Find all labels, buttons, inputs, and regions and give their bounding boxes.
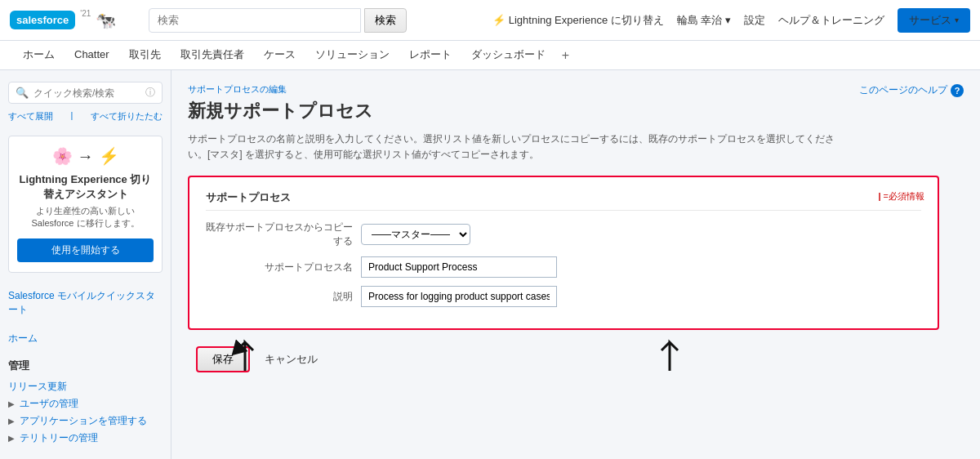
sidebar-expand-collapse: すべて展開 | すべて折りたたむ [0, 109, 171, 129]
process-name-input[interactable] [361, 256, 557, 278]
logo-text: salesforce [16, 14, 69, 26]
description-input[interactable] [361, 286, 557, 307]
sidebar-search-box[interactable]: 🔍 ⓘ [8, 82, 163, 104]
sidebar-search-icon: 🔍 [16, 87, 29, 99]
form-row-process-name: サポートプロセス名 [206, 256, 921, 278]
required-legend: =必須情報 [878, 190, 924, 203]
promo-arrow-icon: → [78, 147, 94, 166]
sidebar-management-section: 管理 リリース更新 ▶ ユーザの管理 ▶ アプリケーションを管理する ▶ テリト… [0, 350, 171, 450]
sidebar-home-section: ホーム [0, 322, 171, 350]
promo-lightning-icon: ⚡ [99, 146, 119, 166]
form-section-title: サポートプロセス [206, 190, 921, 211]
sidebar-mobile-section: Salesforce モバイルクイックスタート [0, 279, 171, 322]
copy-from-select[interactable]: ——マスター—— [361, 224, 470, 245]
sidebar-management-title: 管理 [8, 359, 163, 373]
user-menu[interactable]: 輪島 幸治 ▾ [677, 13, 731, 28]
logo-area: salesforce '21 🐄 [10, 11, 140, 30]
arrow-icon: ▶ [8, 434, 15, 443]
label-description: 説明 [206, 290, 353, 304]
promo-box: 🌸 → ⚡ Lightning Experience 切り替えアシスタント より… [8, 136, 163, 273]
nav-item-dashboards[interactable]: ダッシュボード [461, 41, 555, 70]
nav-item-chatter[interactable]: Chatter [65, 41, 119, 70]
breadcrumb[interactable]: サポートプロセスの編集 [188, 83, 373, 96]
sidebar-home-link[interactable]: ホーム [8, 330, 163, 347]
page-title: 新規サポートプロセス [188, 99, 373, 123]
actions-area: 保存 キャンセル [188, 346, 939, 372]
form-row-description: 説明 [206, 286, 921, 307]
input-description-wrapper [361, 286, 921, 307]
sidebar-mobile-link[interactable]: Salesforce モバイルクイックスタート [8, 287, 163, 319]
label-copy-from: 既存サポートプロセスからコピーする [206, 221, 353, 248]
form-box: サポートプロセス =必須情報 既存サポートプロセスからコピーする ——マスター—… [188, 176, 939, 330]
sidebar-release-link[interactable]: リリース更新 [8, 378, 163, 395]
top-nav-right: ⚡ Lightning Experience に切り替え 輪島 幸治 ▾ 設定 … [492, 8, 970, 33]
search-input[interactable] [149, 8, 361, 33]
nav-add-button[interactable]: + [555, 48, 576, 63]
promo-start-button[interactable]: 使用を開始する [17, 238, 154, 262]
promo-flower-icon: 🌸 [52, 146, 73, 166]
nav-item-solutions[interactable]: ソリューション [305, 41, 399, 70]
nav-item-contacts[interactable]: 取引先責任者 [171, 41, 254, 70]
service-caret-icon: ▾ [955, 16, 959, 25]
select-copy-from[interactable]: ——マスター—— [361, 224, 921, 245]
expand-all-link[interactable]: すべて展開 [8, 110, 53, 123]
main-layout: 🔍 ⓘ すべて展開 | すべて折りたたむ 🌸 → ⚡ Lightning Exp… [0, 70, 980, 459]
service-button[interactable]: サービス ▾ [898, 8, 970, 33]
sidebar: 🔍 ⓘ すべて展開 | すべて折りたたむ 🌸 → ⚡ Lightning Exp… [0, 70, 172, 459]
promo-text: より生産性の高い新しい Salesforce に移行します。 [17, 205, 154, 230]
nav-bar: ホーム Chatter 取引先 取引先責任者 ケース ソリューション レポート … [0, 41, 980, 70]
arrow-icon: ▶ [8, 399, 15, 408]
arrow-icon: ▶ [8, 417, 15, 426]
sidebar-territory-link[interactable]: ▶ テリトリーの管理 [8, 430, 163, 447]
separator: | [71, 110, 74, 123]
sidebar-apps-link[interactable]: ▶ アプリケーションを管理する [8, 412, 163, 430]
settings-link[interactable]: 設定 [744, 13, 765, 28]
mascot-icon: 🐄 [96, 11, 116, 30]
help-training-link[interactable]: ヘルプ＆トレーニング [778, 13, 884, 28]
form-actions: 保存 キャンセル [196, 346, 939, 372]
promo-icons: 🌸 → ⚡ [17, 146, 154, 166]
search-button[interactable]: 検索 [364, 8, 407, 33]
lightning-switch-link[interactable]: ⚡ Lightning Experience に切り替え [492, 13, 664, 28]
input-process-name-wrapper [361, 256, 921, 278]
top-header: salesforce '21 🐄 検索 ⚡ Lightning Experien… [0, 0, 980, 41]
page-description: サポートプロセスの名前と説明を入力してください。選択リスト値を新しいプロセスにコ… [188, 131, 841, 163]
promo-title: Lightning Experience 切り替えアシスタント [17, 172, 154, 202]
help-link[interactable]: このページのヘルプ ? [859, 83, 964, 97]
lightning-icon: ⚡ [492, 14, 506, 26]
label-process-name: サポートプロセス名 [206, 261, 353, 274]
nav-item-home[interactable]: ホーム [13, 41, 65, 70]
nav-item-accounts[interactable]: 取引先 [119, 41, 171, 70]
sidebar-search-input[interactable] [33, 87, 140, 99]
sidebar-users-link[interactable]: ▶ ユーザの管理 [8, 395, 163, 412]
help-icon: ? [951, 84, 964, 97]
nav-item-reports[interactable]: レポート [399, 41, 461, 70]
nav-item-cases[interactable]: ケース [254, 41, 305, 70]
sidebar-search-info-icon: ⓘ [145, 86, 155, 100]
cancel-button[interactable]: キャンセル [258, 348, 324, 371]
main-content: サポートプロセスの編集 新規サポートプロセス このページのヘルプ ? サポートプ… [172, 70, 980, 459]
form-row-copy-from: 既存サポートプロセスからコピーする ——マスター—— [206, 221, 921, 248]
save-button[interactable]: 保存 [196, 346, 250, 372]
salesforce-logo: salesforce [10, 11, 75, 29]
collapse-all-link[interactable]: すべて折りたたむ [91, 110, 163, 123]
year-badge: '21 [80, 9, 91, 18]
search-area: 検索 [149, 8, 443, 33]
